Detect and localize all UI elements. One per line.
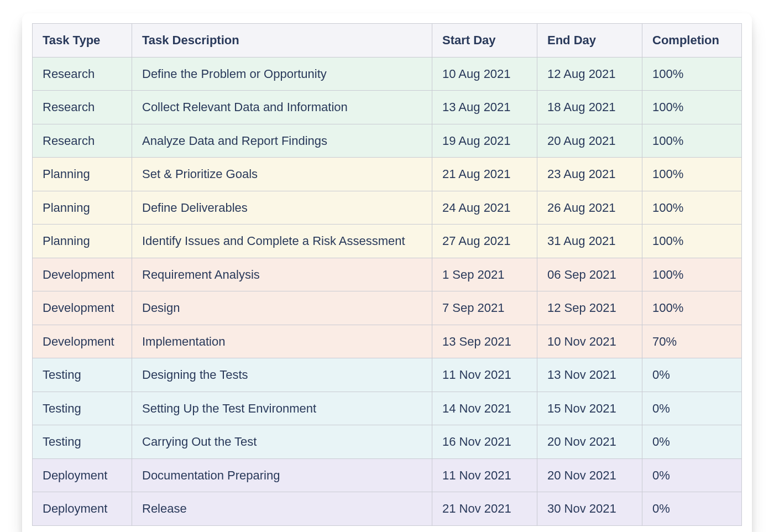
cell-completion: 100% [642,124,742,158]
cell-task-description: Collect Relevant Data and Information [132,91,432,124]
cell-task-description: Define the Problem or Opportunity [132,57,432,91]
cell-completion: 0% [642,492,742,526]
cell-end-day: 06 Sep 2021 [537,258,642,291]
col-header-task-type: Task Type [33,24,132,58]
cell-task-description: Design [132,291,432,325]
table-header-row: Task Type Task Description Start Day End… [33,24,742,58]
col-header-start-day: Start Day [432,24,537,58]
cell-end-day: 30 Nov 2021 [537,492,642,526]
cell-completion: 100% [642,91,742,124]
cell-task-type: Planning [33,158,132,191]
cell-task-description: Analyze Data and Report Findings [132,124,432,158]
cell-start-day: 10 Aug 2021 [432,57,537,91]
cell-task-type: Testing [33,358,132,392]
cell-task-description: Designing the Tests [132,358,432,392]
cell-completion: 70% [642,325,742,358]
cell-start-day: 11 Nov 2021 [432,458,537,492]
cell-task-description: Identify Issues and Complete a Risk Asse… [132,225,432,258]
cell-completion: 100% [642,57,742,91]
cell-task-description: Documentation Preparing [132,458,432,492]
table-row: DevelopmentDesign7 Sep 202112 Sep 202110… [33,291,742,325]
cell-end-day: 12 Sep 2021 [537,291,642,325]
cell-end-day: 23 Aug 2021 [537,158,642,191]
cell-end-day: 31 Aug 2021 [537,225,642,258]
cell-start-day: 21 Aug 2021 [432,158,537,191]
cell-task-description: Set & Prioritize Goals [132,158,432,191]
table-row: DevelopmentRequirement Analysis1 Sep 202… [33,258,742,291]
cell-task-type: Development [33,258,132,291]
cell-completion: 100% [642,191,742,225]
cell-task-type: Development [33,291,132,325]
cell-task-type: Testing [33,425,132,459]
cell-completion: 0% [642,392,742,425]
cell-completion: 0% [642,358,742,392]
task-table-card: Task Type Task Description Start Day End… [22,13,752,532]
table-row: PlanningIdentify Issues and Complete a R… [33,225,742,258]
table-row: DeploymentRelease21 Nov 202130 Nov 20210… [33,492,742,526]
cell-end-day: 10 Nov 2021 [537,325,642,358]
cell-start-day: 14 Nov 2021 [432,392,537,425]
table-row: PlanningDefine Deliverables24 Aug 202126… [33,191,742,225]
cell-task-type: Research [33,57,132,91]
cell-task-description: Implementation [132,325,432,358]
table-row: DevelopmentImplementation13 Sep 202110 N… [33,325,742,358]
table-row: TestingCarrying Out the Test16 Nov 20212… [33,425,742,459]
cell-end-day: 13 Nov 2021 [537,358,642,392]
cell-task-type: Development [33,325,132,358]
cell-task-type: Planning [33,191,132,225]
cell-completion: 100% [642,258,742,291]
cell-task-description: Requirement Analysis [132,258,432,291]
task-table: Task Type Task Description Start Day End… [32,23,742,526]
cell-task-type: Planning [33,225,132,258]
table-row: ResearchDefine the Problem or Opportunit… [33,57,742,91]
cell-start-day: 13 Sep 2021 [432,325,537,358]
cell-end-day: 18 Aug 2021 [537,91,642,124]
cell-task-type: Research [33,91,132,124]
cell-task-type: Research [33,124,132,158]
cell-start-day: 7 Sep 2021 [432,291,537,325]
col-header-end-day: End Day [537,24,642,58]
cell-end-day: 20 Nov 2021 [537,425,642,459]
table-row: DeploymentDocumentation Preparing11 Nov … [33,458,742,492]
cell-start-day: 21 Nov 2021 [432,492,537,526]
cell-task-type: Deployment [33,458,132,492]
cell-end-day: 12 Aug 2021 [537,57,642,91]
cell-start-day: 11 Nov 2021 [432,358,537,392]
table-row: TestingDesigning the Tests11 Nov 202113 … [33,358,742,392]
cell-task-description: Setting Up the Test Environment [132,392,432,425]
cell-completion: 100% [642,158,742,191]
cell-end-day: 20 Aug 2021 [537,124,642,158]
cell-task-type: Deployment [33,492,132,526]
cell-completion: 100% [642,291,742,325]
cell-start-day: 1 Sep 2021 [432,258,537,291]
col-header-task-description: Task Description [132,24,432,58]
cell-end-day: 20 Nov 2021 [537,458,642,492]
cell-task-description: Carrying Out the Test [132,425,432,459]
cell-end-day: 15 Nov 2021 [537,392,642,425]
cell-end-day: 26 Aug 2021 [537,191,642,225]
cell-task-description: Define Deliverables [132,191,432,225]
cell-start-day: 24 Aug 2021 [432,191,537,225]
cell-completion: 0% [642,425,742,459]
cell-completion: 100% [642,225,742,258]
cell-completion: 0% [642,458,742,492]
cell-start-day: 13 Aug 2021 [432,91,537,124]
task-table-body: ResearchDefine the Problem or Opportunit… [33,57,742,525]
table-row: ResearchAnalyze Data and Report Findings… [33,124,742,158]
table-row: PlanningSet & Prioritize Goals21 Aug 202… [33,158,742,191]
cell-start-day: 16 Nov 2021 [432,425,537,459]
cell-task-description: Release [132,492,432,526]
cell-start-day: 27 Aug 2021 [432,225,537,258]
task-table-head: Task Type Task Description Start Day End… [33,24,742,58]
col-header-completion: Completion [642,24,742,58]
table-row: TestingSetting Up the Test Environment14… [33,392,742,425]
cell-start-day: 19 Aug 2021 [432,124,537,158]
page: Task Type Task Description Start Day End… [0,0,774,532]
cell-task-type: Testing [33,392,132,425]
table-row: ResearchCollect Relevant Data and Inform… [33,91,742,124]
